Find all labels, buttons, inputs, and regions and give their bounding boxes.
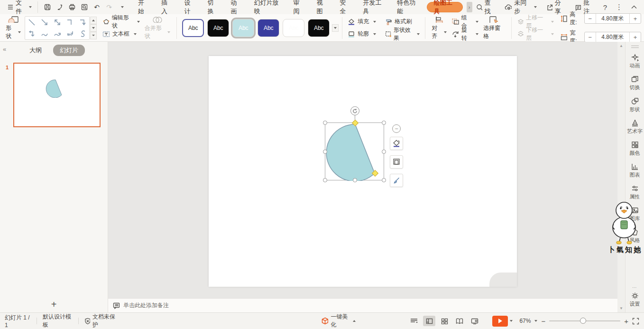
scroll-down-arrow-icon[interactable]: ▼ — [619, 306, 623, 310]
shape-selection-box[interactable] — [325, 122, 384, 180]
rotate-button[interactable]: 旋转 — [450, 29, 480, 39]
shape-effects-button[interactable]: 形状效果 — [383, 29, 422, 39]
align-button[interactable]: 对齐 — [429, 16, 450, 40]
notes-bar[interactable]: 单击此处添加备注 — [108, 298, 617, 312]
resize-handle-nw[interactable] — [323, 121, 327, 125]
play-options-chevron-icon[interactable] — [510, 320, 513, 322]
projector-view-button[interactable] — [469, 316, 481, 326]
sidebar-item-animation[interactable]: 动画 — [630, 54, 640, 69]
text-box-button[interactable]: 文本框 — [101, 29, 142, 39]
sidebar-item-colors[interactable]: 颜色 — [630, 141, 640, 157]
help-button[interactable]: ? — [600, 3, 610, 11]
sidebar-more-dots[interactable]: ⋯ — [632, 285, 637, 290]
gallery-scroll-up-button[interactable] — [90, 17, 97, 24]
tab-view[interactable]: 视图 — [310, 0, 333, 14]
tab-review[interactable]: 审阅 — [287, 0, 311, 14]
scroll-up-arrow-icon[interactable]: ▲ — [619, 44, 623, 48]
tab-home[interactable]: 开始 — [132, 0, 155, 14]
shape-line[interactable] — [25, 17, 38, 28]
quick-brush-button[interactable] — [390, 174, 403, 187]
height-value[interactable]: 4.80厘米 — [596, 14, 630, 23]
resize-handle-se[interactable] — [382, 178, 386, 182]
reading-view-button[interactable] — [453, 316, 466, 326]
height-increase-button[interactable]: + — [630, 15, 641, 22]
tab-slides[interactable]: 幻灯片 — [53, 45, 85, 56]
resize-handle-s[interactable] — [353, 178, 357, 182]
style-gallery-more-button[interactable] — [332, 24, 339, 32]
outline-button[interactable]: 轮廓 — [346, 29, 378, 39]
export-button[interactable] — [54, 1, 65, 13]
quick-fill-style-button[interactable] — [390, 137, 403, 150]
customize-quick-access-button[interactable] — [116, 1, 127, 13]
gallery-more-button[interactable] — [90, 32, 97, 39]
add-slide-button[interactable]: + — [0, 296, 108, 312]
shape-arrow[interactable] — [38, 17, 51, 28]
shape-elbow-double-arrow[interactable] — [25, 28, 38, 39]
shape-elbow-arrow-connector[interactable] — [76, 17, 89, 28]
undo-button[interactable]: ↶ — [91, 1, 102, 13]
slide-canvas[interactable]: − — [108, 42, 617, 298]
shape-style-3-selected[interactable]: Abc — [232, 19, 254, 37]
edit-shape-button[interactable]: 编辑形状 — [101, 17, 142, 27]
slide-thumbnail[interactable] — [13, 63, 101, 127]
sidebar-item-transition[interactable]: 切换 — [630, 75, 640, 91]
zoom-in-button[interactable]: + — [624, 317, 628, 325]
tab-drawing-tools[interactable]: 绘图工具 — [427, 2, 463, 12]
collapse-panel-button[interactable]: « — [3, 46, 6, 53]
rotation-handle[interactable] — [350, 106, 359, 115]
shape-curved-arrow[interactable] — [51, 28, 64, 39]
tab-insert[interactable]: 插入 — [155, 0, 178, 14]
format-painter-button[interactable]: 格式刷 — [383, 17, 422, 27]
shape-freeform[interactable] — [76, 28, 89, 39]
gallery-scroll-down-button[interactable] — [90, 24, 97, 32]
sidebar-item-shapes[interactable]: 形状 — [630, 97, 640, 113]
zoom-out-button[interactable]: − — [541, 317, 545, 325]
sync-status-button[interactable]: 未同步 — [501, 0, 541, 14]
width-value[interactable]: 4.80厘米 — [596, 32, 630, 42]
play-slideshow-button[interactable] — [492, 316, 508, 327]
sidebar-item-wordart[interactable]: 艺术字 — [627, 119, 643, 135]
zoom-slider-thumb[interactable] — [580, 318, 586, 324]
resize-handle-w[interactable] — [323, 150, 327, 154]
vertical-scrollbar[interactable]: ▲ ▼ — [617, 42, 625, 312]
tab-transitions[interactable]: 切换 — [202, 0, 225, 14]
shape-style-6[interactable]: Abc — [308, 19, 330, 37]
fill-button[interactable]: 填充 — [346, 17, 378, 27]
main-menu-button[interactable]: 文件 — [4, 0, 36, 14]
shape-curve[interactable] — [38, 28, 51, 39]
shape-double-arrow[interactable] — [51, 17, 64, 28]
tab-outline[interactable]: 大纲 — [23, 45, 48, 56]
print-button[interactable] — [66, 1, 78, 13]
collapse-ribbon-button[interactable] — [628, 5, 640, 9]
save-button[interactable] — [42, 1, 53, 13]
document-protection[interactable]: 文档未保护 — [84, 313, 117, 329]
find-button[interactable]: 查找 — [472, 0, 499, 14]
normal-view-button[interactable] — [423, 316, 435, 326]
resize-handle-sw[interactable] — [323, 178, 327, 182]
zoom-slider[interactable] — [549, 320, 620, 321]
tab-animation[interactable]: 动画 — [225, 0, 248, 14]
tab-special-features[interactable]: 特色功能 — [391, 0, 425, 14]
shape-style-4[interactable]: Abc — [258, 19, 279, 37]
quick-outline-button[interactable] — [390, 155, 403, 169]
group-button[interactable]: 组合 — [450, 17, 480, 27]
height-stepper[interactable]: − 4.80厘米 + — [584, 13, 641, 24]
shapes-button[interactable]: 形状 — [3, 16, 24, 40]
selection-pane-button[interactable]: 选择窗格 — [480, 16, 507, 40]
tab-developer[interactable]: 开发工具 — [357, 0, 391, 14]
shape-curved-double-arrow[interactable] — [64, 28, 76, 39]
resize-handle-ne[interactable] — [382, 121, 386, 125]
zoom-level[interactable]: 67% — [519, 318, 531, 324]
tab-security[interactable]: 安全 — [333, 0, 357, 14]
width-decrease-button[interactable]: − — [585, 34, 596, 41]
slide-sorter-button[interactable] — [438, 316, 451, 326]
width-stepper[interactable]: − 4.80厘米 + — [584, 32, 641, 42]
sidebar-item-settings[interactable]: 设置 — [630, 292, 640, 308]
tab-slideshow[interactable]: 幻灯片放映 — [248, 0, 287, 14]
fit-to-window-button[interactable] — [632, 318, 639, 325]
shape-style-1[interactable]: Abc — [182, 19, 204, 37]
resize-handle-e[interactable] — [382, 150, 386, 154]
notes-toggle-button[interactable] — [408, 316, 420, 326]
tab-overflow-button[interactable]: › — [467, 2, 472, 12]
sidebar-drag-handle[interactable] — [631, 46, 639, 48]
